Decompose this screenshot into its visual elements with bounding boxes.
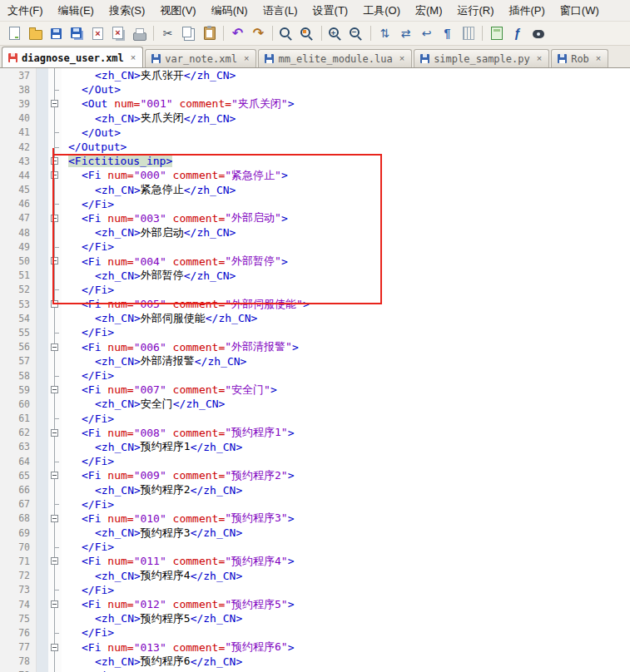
menu-item-编码N[interactable]: 编码(N) — [204, 0, 255, 22]
editor[interactable]: 37<zh_CN>夹爪张开</zh_CN>38</Out>39<Out num=… — [0, 68, 630, 672]
new-file-icon[interactable] — [5, 24, 24, 43]
undo-icon[interactable] — [228, 24, 247, 43]
tab-close-icon[interactable]: × — [243, 54, 250, 63]
bookmark-margin[interactable] — [37, 183, 48, 197]
bookmark-margin[interactable] — [37, 625, 48, 640]
paste-icon[interactable] — [200, 24, 219, 43]
code-line[interactable]: 66<zh_CN>预约程序2</zh_CN> — [0, 482, 630, 497]
fold-toggle-icon[interactable] — [48, 254, 62, 268]
bookmark-margin[interactable] — [37, 640, 48, 655]
sync-scroll-v-icon[interactable] — [375, 24, 394, 43]
close-icon[interactable] — [88, 24, 107, 43]
bookmark-margin[interactable] — [37, 96, 48, 111]
tab-var_note.xml[interactable]: var_note.xml× — [145, 49, 256, 67]
code-line[interactable]: 62<Fi num="008" comment="预约程序1"> — [0, 426, 630, 440]
fold-collapse-box-icon[interactable] — [51, 600, 58, 608]
bookmark-margin[interactable] — [37, 511, 48, 526]
menu-item-设置T[interactable]: 设置(T) — [305, 0, 356, 22]
tab-close-icon[interactable]: × — [536, 54, 543, 63]
code-line[interactable]: 51<zh_CN>外部暂停</zh_CN> — [0, 269, 630, 283]
save-icon[interactable] — [47, 24, 66, 43]
fold-toggle-icon[interactable] — [48, 96, 62, 111]
fold-toggle-icon[interactable] — [48, 554, 62, 568]
tab-close-icon[interactable]: × — [130, 53, 136, 62]
bookmark-margin[interactable] — [37, 426, 48, 440]
code-line[interactable]: 72<zh_CN>预约程序4</zh_CN> — [0, 569, 630, 583]
bookmark-margin[interactable] — [37, 383, 48, 397]
bookmark-margin[interactable] — [37, 669, 48, 672]
monitor-icon[interactable] — [528, 24, 548, 43]
fold-toggle-icon[interactable] — [48, 426, 62, 440]
bookmark-margin[interactable] — [37, 111, 48, 126]
find-icon[interactable] — [277, 24, 296, 43]
fold-collapse-box-icon[interactable] — [51, 386, 58, 393]
bookmark-margin[interactable] — [37, 611, 48, 625]
bookmark-margin[interactable] — [37, 482, 48, 497]
tab-diagnose_user.xml[interactable]: diagnose_user.xml× — [2, 47, 143, 68]
bookmark-margin[interactable] — [37, 412, 48, 426]
bookmark-margin[interactable] — [37, 440, 48, 454]
fold-toggle-icon[interactable] — [48, 511, 62, 526]
code-line[interactable]: 40<zh_CN>夹爪关闭</zh_CN> — [0, 111, 630, 126]
code-line[interactable]: 55</Fi> — [0, 325, 630, 339]
fold-toggle-icon[interactable] — [48, 168, 62, 182]
bookmark-margin[interactable] — [37, 68, 48, 82]
bookmark-margin[interactable] — [37, 526, 48, 540]
tab-Rob[interactable]: Rob× — [551, 49, 608, 67]
menu-item-编辑E[interactable]: 编辑(E) — [51, 0, 102, 22]
fold-collapse-box-icon[interactable] — [51, 472, 58, 479]
code-line[interactable]: 52</Fi> — [0, 283, 630, 297]
bookmark-margin[interactable] — [37, 283, 48, 297]
code-line[interactable]: 57<zh_CN>外部清报警</zh_CN> — [0, 354, 630, 368]
save-all-icon[interactable] — [67, 24, 87, 43]
bookmark-margin[interactable] — [37, 240, 48, 254]
code-line[interactable]: 59<Fi num="007" comment="安全门"> — [0, 383, 630, 397]
code-line[interactable]: 76</Fi> — [0, 625, 630, 640]
code-line[interactable]: 64</Fi> — [0, 454, 630, 468]
code-line[interactable]: 73</Fi> — [0, 583, 630, 597]
code-line[interactable]: 54<zh_CN>外部伺服使能</zh_CN> — [0, 311, 630, 325]
tab-close-icon[interactable]: × — [399, 54, 405, 63]
code-line[interactable]: 69<zh_CN>预约程序3</zh_CN> — [0, 526, 630, 540]
fold-collapse-box-icon[interactable] — [51, 171, 58, 179]
bookmark-margin[interactable] — [37, 325, 48, 339]
fold-toggle-icon[interactable] — [48, 640, 62, 655]
bookmark-margin[interactable] — [37, 311, 48, 325]
code-line[interactable]: 56<Fi num="006" comment="外部清报警"> — [0, 340, 630, 354]
code-line[interactable]: 74<Fi num="012" comment="预约程序5"> — [0, 597, 630, 611]
code-line[interactable]: 61</Fi> — [0, 412, 630, 426]
fold-toggle-icon[interactable] — [48, 211, 62, 225]
code-line[interactable]: 48<zh_CN>外部启动</zh_CN> — [0, 225, 630, 240]
bookmark-margin[interactable] — [37, 354, 48, 368]
code-line[interactable]: 70</Fi> — [0, 540, 630, 554]
bookmark-margin[interactable] — [37, 340, 48, 354]
menu-item-宏M[interactable]: 宏(M) — [408, 0, 450, 22]
open-file-icon[interactable] — [26, 24, 45, 43]
bookmark-margin[interactable] — [37, 655, 48, 669]
code-line[interactable]: 58</Fi> — [0, 368, 630, 383]
bookmark-margin[interactable] — [37, 583, 48, 597]
code-line[interactable]: 41</Out> — [0, 126, 630, 140]
word-wrap-icon[interactable] — [417, 24, 436, 43]
fold-toggle-icon[interactable] — [48, 383, 62, 397]
code-line[interactable]: 71<Fi num="011" comment="预约程序4"> — [0, 554, 630, 568]
fold-collapse-box-icon[interactable] — [51, 644, 58, 651]
bookmark-margin[interactable] — [37, 297, 48, 311]
bookmark-margin[interactable] — [37, 540, 48, 554]
fold-collapse-box-icon[interactable] — [51, 429, 58, 437]
bookmark-margin[interactable] — [37, 368, 48, 383]
code-line[interactable]: 67</Fi> — [0, 497, 630, 511]
code-line[interactable]: 49</Fi> — [0, 240, 630, 254]
fold-collapse-box-icon[interactable] — [51, 515, 58, 522]
code-line[interactable]: 44<Fi num="000" comment="紧急停止"> — [0, 168, 630, 182]
menu-item-窗口W[interactable]: 窗口(W) — [553, 0, 607, 22]
fold-collapse-box-icon[interactable] — [51, 557, 58, 565]
tab-simple_sample.py[interactable]: simple_sample.py× — [414, 49, 549, 67]
bookmark-margin[interactable] — [37, 225, 48, 240]
fold-collapse-box-icon[interactable] — [51, 100, 58, 107]
fold-collapse-box-icon[interactable] — [51, 300, 58, 308]
menu-item-运行R[interactable]: 运行(R) — [449, 0, 501, 22]
bookmark-margin[interactable] — [37, 397, 48, 411]
bookmark-margin[interactable] — [37, 569, 48, 583]
code-line[interactable]: 50<Fi num="004" comment="外部暂停"> — [0, 254, 630, 268]
